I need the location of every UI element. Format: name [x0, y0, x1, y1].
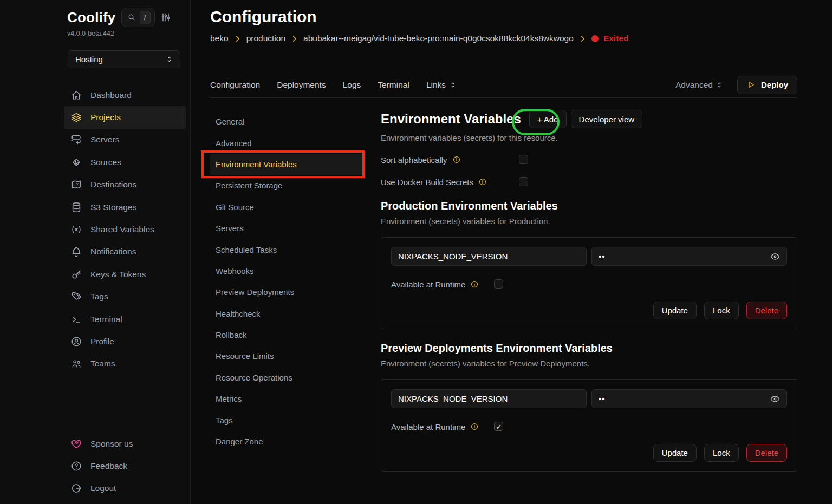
- sidebar-item-label: Dashboard: [90, 90, 132, 100]
- subnav-item-servers[interactable]: Servers: [210, 218, 364, 239]
- selector-icon: [716, 81, 723, 89]
- lock-button[interactable]: Lock: [704, 444, 739, 462]
- sidebar-item-label: Terminal: [90, 315, 122, 324]
- team-select-value: Hosting: [75, 55, 103, 64]
- sidebar-item-notifications[interactable]: Notifications: [64, 241, 186, 263]
- subnav-item-preview-deployments[interactable]: Preview Deployments: [210, 282, 364, 303]
- key-icon: [70, 269, 82, 280]
- sidebar-item-label: Projects: [90, 113, 121, 122]
- logout-icon: [70, 482, 82, 494]
- selector-icon: [165, 55, 173, 63]
- sort-alphabetically-row: Sort alphabetically: [381, 155, 797, 165]
- available-at-runtime-checkbox[interactable]: [494, 279, 503, 289]
- eye-icon[interactable]: [770, 251, 781, 262]
- sidebar-item-label: Tags: [90, 292, 108, 302]
- info-icon: [452, 155, 461, 164]
- preview-section-subtitle: Environment (secrets) variables for Prev…: [381, 359, 797, 368]
- app-version: v4.0.0-beta.442: [67, 30, 185, 37]
- production-section-subtitle: Environment (secrets) variables for Prod…: [381, 217, 797, 226]
- sidebar: Coolify / v4.0.0-beta.442 Hosting: [0, 0, 191, 504]
- sidebar-item-servers[interactable]: Servers: [64, 129, 186, 151]
- tab-configuration[interactable]: Configuration: [210, 80, 260, 90]
- subnav-item-general[interactable]: General: [210, 111, 364, 132]
- section-subtitle: Environment variables (secrets) for this…: [381, 133, 797, 142]
- tab-links[interactable]: Links: [426, 80, 457, 90]
- chevron-right-icon: [233, 35, 242, 43]
- update-button[interactable]: Update: [653, 302, 697, 319]
- sidebar-item-label: Feedback: [90, 461, 127, 471]
- tab-deployments[interactable]: Deployments: [277, 80, 326, 90]
- subnav-item-healthcheck[interactable]: Healthcheck: [210, 303, 364, 324]
- deploy-button[interactable]: Deploy: [737, 76, 797, 94]
- delete-button[interactable]: Delete: [746, 444, 787, 462]
- sidebar-item-sponsor-us[interactable]: Sponsor us: [64, 433, 186, 455]
- subnav-item-advanced[interactable]: Advanced: [210, 132, 364, 153]
- developer-view-button[interactable]: Developer view: [571, 110, 643, 128]
- sidebar-item-teams[interactable]: Teams: [64, 353, 186, 375]
- subnav-item-webhooks[interactable]: Webhooks: [210, 260, 364, 282]
- tab-logs[interactable]: Logs: [343, 80, 361, 90]
- env-var-card-preview: Available at Runtime Update Lock Delete: [381, 379, 797, 472]
- sidebar-item-dashboard[interactable]: Dashboard: [64, 84, 186, 106]
- subnav-item-environment-variables[interactable]: Environment Variables: [210, 154, 364, 175]
- sidebar-item-projects[interactable]: Projects: [64, 106, 186, 128]
- subnav-item-rollback[interactable]: Rollback: [210, 324, 364, 345]
- variable-value-input[interactable]: [592, 247, 787, 266]
- home-icon: [70, 89, 82, 101]
- eye-icon[interactable]: [770, 394, 781, 404]
- environment-variables-panel: Environment Variables + Add Developer vi…: [381, 110, 797, 472]
- sidebar-item-feedback[interactable]: Feedback: [64, 455, 186, 477]
- subnav-item-resource-limits[interactable]: Resource Limits: [210, 345, 364, 366]
- breadcrumb-project[interactable]: beko: [210, 34, 229, 43]
- sidebar-item-profile[interactable]: Profile: [64, 330, 186, 352]
- users-icon: [70, 358, 82, 370]
- variable-name-input[interactable]: [391, 247, 587, 266]
- sidebar-item-shared-variables[interactable]: Shared Variables: [64, 218, 186, 240]
- runtime-label: Available at Runtime: [391, 422, 465, 431]
- subnav-item-metrics[interactable]: Metrics: [210, 388, 364, 409]
- variable-value-input[interactable]: [592, 389, 787, 408]
- sidebar-item-logout[interactable]: Logout: [64, 477, 186, 500]
- subnav-item-resource-operations[interactable]: Resource Operations: [210, 367, 364, 388]
- advanced-menu[interactable]: Advanced: [675, 80, 723, 90]
- sidebar-item-label: S3 Storages: [90, 202, 136, 212]
- toggle-label: Use Docker Build Secrets: [381, 178, 473, 187]
- add-variable-button[interactable]: + Add: [529, 110, 567, 128]
- terminal-icon: [70, 313, 82, 325]
- git-icon: [70, 156, 82, 168]
- sidebar-item-tags[interactable]: Tags: [64, 286, 186, 308]
- sort-alphabetically-checkbox[interactable]: [519, 155, 528, 164]
- subnav-item-danger-zone[interactable]: Danger Zone: [210, 431, 364, 452]
- tab-terminal[interactable]: Terminal: [378, 80, 410, 90]
- docker-build-secrets-checkbox[interactable]: [519, 177, 528, 186]
- sidebar-item-label: Servers: [90, 135, 119, 145]
- config-subnav: GeneralAdvancedEnvironment VariablesPers…: [210, 111, 364, 452]
- chevron-right-icon: [290, 35, 298, 43]
- app-logo: Coolify: [67, 9, 116, 26]
- resource-tabbar: Configuration Deployments Logs Terminal …: [210, 72, 797, 98]
- subnav-item-git-source[interactable]: Git Source: [210, 197, 364, 218]
- sidebar-item-sources[interactable]: Sources: [64, 151, 186, 173]
- sidebar-nav: Dashboard Projects Servers Sources Desti…: [0, 84, 190, 375]
- variable-name-input[interactable]: [391, 389, 587, 408]
- subnav-item-persistent-storage[interactable]: Persistent Storage: [210, 175, 364, 196]
- runtime-label: Available at Runtime: [391, 280, 465, 289]
- breadcrumb-environment[interactable]: production: [246, 34, 285, 43]
- team-select[interactable]: Hosting: [68, 50, 180, 68]
- sidebar-item-s3-storages[interactable]: S3 Storages: [64, 196, 186, 218]
- layers-icon: [70, 112, 82, 123]
- status-badge: Exited: [603, 34, 629, 43]
- available-at-runtime-checkbox[interactable]: [494, 422, 503, 431]
- subnav-item-tags[interactable]: Tags: [210, 409, 364, 430]
- breadcrumb-resource[interactable]: abubakar--meigag/vid-tube-beko-pro:main-…: [303, 34, 574, 43]
- search-icon: [127, 13, 136, 22]
- delete-button[interactable]: Delete: [746, 302, 787, 319]
- filters-icon[interactable]: [160, 12, 171, 23]
- sidebar-item-terminal[interactable]: Terminal: [64, 308, 186, 330]
- sidebar-item-destinations[interactable]: Destinations: [64, 174, 186, 196]
- lock-button[interactable]: Lock: [704, 302, 739, 319]
- search-button[interactable]: /: [121, 8, 155, 27]
- sidebar-item-keys-tokens[interactable]: Keys & Tokens: [64, 263, 186, 285]
- subnav-item-scheduled-tasks[interactable]: Scheduled Tasks: [210, 239, 364, 260]
- update-button[interactable]: Update: [653, 444, 697, 462]
